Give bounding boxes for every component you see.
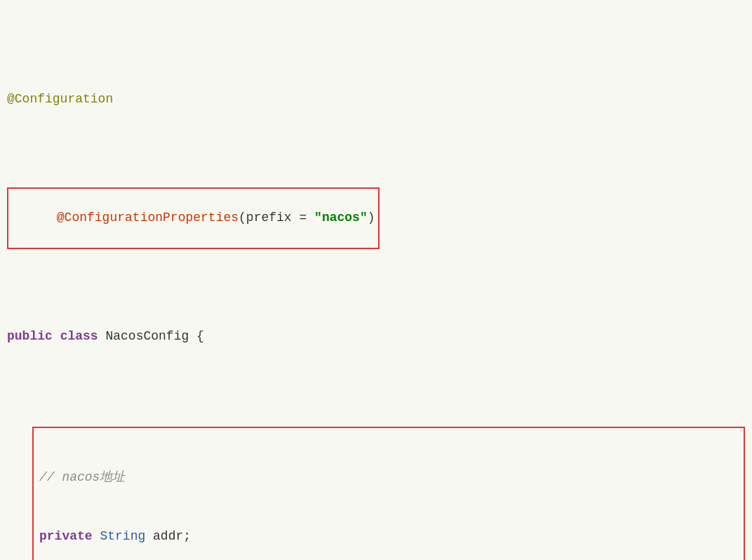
type-string: String [100, 527, 145, 547]
annotation-config-props-box: @ConfigurationProperties(prefix = "nacos… [7, 187, 380, 249]
prefix-param: (prefix = [239, 211, 314, 225]
line-annotation-config: @Configuration [7, 90, 745, 109]
line-comment: // nacos地址 [39, 468, 738, 488]
field-addr: addr; [153, 527, 191, 547]
annotation-config: @Configuration [7, 90, 113, 109]
comment-nacos: // nacos地址 [39, 468, 125, 488]
code-block: @Configuration @ConfigurationProperties(… [7, 11, 745, 560]
line-field: private String addr; [39, 527, 738, 547]
class-name: NacosConfig { [105, 327, 203, 347]
annotation-config-props: @ConfigurationProperties [57, 211, 239, 225]
kw-public: public [7, 327, 53, 347]
line-class-decl: public class NacosConfig { [7, 327, 745, 347]
prefix-value: "nacos" [314, 211, 368, 225]
kw-private: private [39, 527, 93, 547]
line-annotation-config-props: @ConfigurationProperties(prefix = "nacos… [7, 187, 745, 249]
kw-class: class [60, 327, 98, 347]
prefix-close: ) [368, 211, 375, 225]
field-box: // nacos地址 private String addr; [32, 427, 745, 560]
